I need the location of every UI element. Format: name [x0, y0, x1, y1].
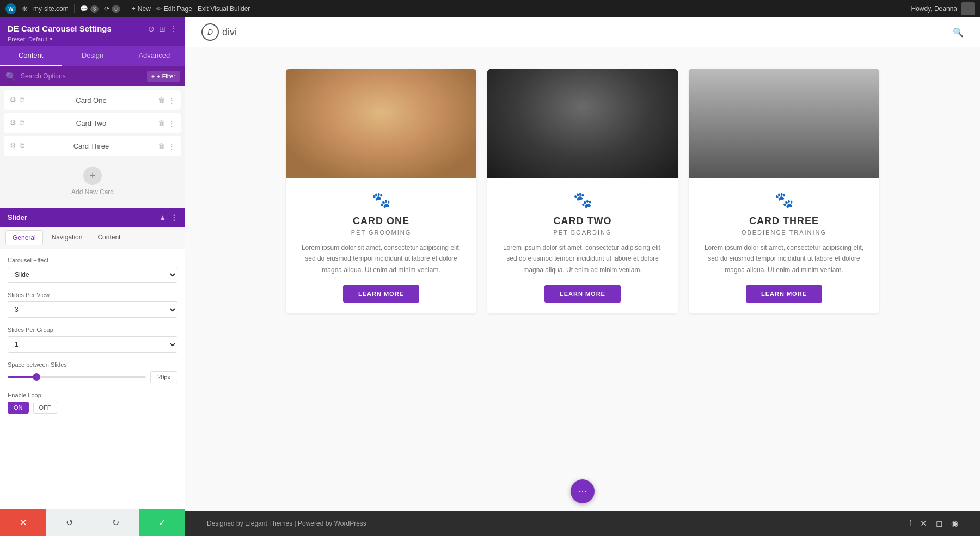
cards-container: 🐾 CARD ONE PET GROOMING Lorem ipsum dolo…	[218, 69, 947, 313]
slider-track[interactable]	[8, 376, 146, 378]
tab-design[interactable]: Design	[62, 46, 123, 66]
redo-button[interactable]: ↻	[93, 509, 139, 536]
card-one-subtitle: PET GROOMING	[351, 229, 412, 236]
copy-icon[interactable]: ⧉	[20, 119, 24, 127]
copy-icon[interactable]: ⧉	[20, 96, 24, 104]
undo-button[interactable]: ↺	[46, 509, 93, 536]
comments-btn[interactable]: 💬 3	[80, 5, 99, 13]
save-button[interactable]: ✓	[139, 509, 185, 536]
wordpress-icon[interactable]: W	[5, 3, 16, 14]
slides-per-view-label: Slides Per View	[8, 292, 177, 298]
carousel-effect-select[interactable]: Slide Fade Cube	[8, 267, 177, 283]
card-three-btn[interactable]: LEARN MORE	[746, 285, 822, 303]
carousel-effect-label: Carousel Effect	[8, 257, 177, 263]
copy-icon[interactable]: ⧉	[20, 141, 24, 150]
panel-header: DE Card Carousel Settings ⊙ ⊞ ⋮ Preset: …	[0, 17, 185, 46]
fab-button[interactable]: ···	[571, 479, 595, 503]
pencil-icon: ✏	[156, 5, 162, 13]
slides-per-group-select-wrap: 1 2 3	[8, 336, 177, 353]
comments-icon: 💬	[80, 5, 88, 13]
more-icon[interactable]: ⋮	[168, 96, 175, 104]
more-options-icon[interactable]: ⋮	[170, 213, 177, 221]
toggle-off-btn[interactable]: OFF	[33, 402, 57, 414]
slides-per-group-select[interactable]: 1 2 3	[8, 336, 177, 353]
settings-icon[interactable]: ⊙	[148, 24, 155, 33]
edit-page-btn[interactable]: ✏ Edit Page	[156, 5, 192, 13]
updates-icon: ⟳	[104, 5, 109, 13]
toggle-row: ON OFF	[8, 402, 177, 414]
more-icon[interactable]: ⋮	[168, 142, 175, 150]
card-item-right-icons: 🗑 ⋮	[158, 119, 175, 127]
card-two-btn[interactable]: LEARN MORE	[544, 285, 621, 303]
card-one-text: Lorem ipsum dolor sit amet, consectetur …	[297, 242, 465, 275]
delete-icon[interactable]: 🗑	[158, 142, 165, 150]
filter-button[interactable]: + + Filter	[147, 71, 180, 82]
main-content: 🐾 CARD ONE PET GROOMING Lorem ipsum dolo…	[185, 47, 980, 511]
card-two-label: Card Two	[29, 119, 154, 127]
gear-icon[interactable]: ⚙	[10, 119, 16, 127]
gear-icon[interactable]: ⚙	[10, 141, 16, 150]
divi-logo-text: divi	[222, 27, 237, 38]
more-icon[interactable]: ⋮	[168, 119, 175, 127]
sub-tab-navigation[interactable]: Navigation	[45, 230, 89, 245]
card-item-left-icons: ⚙ ⧉	[10, 96, 24, 104]
card-one-body: 🐾 CARD ONE PET GROOMING Lorem ipsum dolo…	[286, 178, 476, 313]
rss-icon[interactable]: ◉	[951, 519, 958, 528]
card-three-body: 🐾 CARD THREE OBEDIENCE TRAINING Lorem ip…	[689, 178, 879, 313]
redo-icon: ↻	[112, 517, 119, 528]
twitter-icon[interactable]: ✕	[920, 519, 927, 528]
carousel-wrapper: 🐾 CARD ONE PET GROOMING Lorem ipsum dolo…	[218, 69, 947, 313]
sub-tabs: General Navigation Content	[0, 227, 185, 249]
instagram-icon[interactable]: ◻	[936, 519, 942, 528]
divi-icon[interactable]: ❋	[22, 5, 28, 13]
list-item[interactable]: ⚙ ⧉ Card Three 🗑 ⋮	[4, 136, 181, 156]
card-one: 🐾 CARD ONE PET GROOMING Lorem ipsum dolo…	[286, 69, 476, 313]
plus-icon: +	[132, 5, 136, 13]
delete-icon[interactable]: 🗑	[158, 96, 165, 104]
list-item[interactable]: ⚙ ⧉ Card One 🗑 ⋮	[4, 90, 181, 110]
add-card-button[interactable]: +	[83, 167, 102, 185]
site-footer: Designed by Elegant Themes | Powered by …	[185, 511, 980, 536]
left-panel: DE Card Carousel Settings ⊙ ⊞ ⋮ Preset: …	[0, 17, 185, 536]
updates-btn[interactable]: ⟳ 0	[104, 5, 120, 13]
new-btn[interactable]: + New	[132, 5, 151, 13]
card-item-left-icons: ⚙ ⧉	[10, 119, 24, 127]
sub-tab-content[interactable]: Content	[91, 230, 127, 245]
cancel-icon: ✕	[20, 517, 27, 528]
panel-title-row: DE Card Carousel Settings ⊙ ⊞ ⋮	[8, 24, 177, 33]
carousel-effect-group: Carousel Effect Slide Fade Cube	[8, 257, 177, 283]
card-two-text: Lorem ipsum dolor sit amet, consectetur …	[498, 242, 667, 275]
slides-per-view-select[interactable]: 3 1 2 4	[8, 301, 177, 318]
enable-loop-group: Enable Loop ON OFF	[8, 392, 177, 414]
search-input[interactable]	[21, 72, 143, 80]
search-icon: 🔍	[5, 71, 16, 82]
add-card-label: Add New Card	[71, 188, 114, 196]
site-name[interactable]: my-site.com	[33, 5, 69, 13]
carousel-effect-select-wrap: Slide Fade Cube	[8, 267, 177, 283]
layout-icon[interactable]: ⊞	[159, 24, 166, 33]
tab-content[interactable]: Content	[0, 46, 62, 66]
slider-thumb[interactable]	[33, 373, 40, 381]
space-value-input[interactable]	[150, 371, 177, 383]
exit-vb-btn[interactable]: Exit Visual Builder	[198, 5, 250, 13]
preset-chevron[interactable]: ▾	[50, 35, 53, 42]
site-search-icon[interactable]: 🔍	[953, 27, 964, 38]
card-one-btn[interactable]: LEARN MORE	[343, 285, 419, 303]
toggle-on-btn[interactable]: ON	[8, 402, 29, 414]
facebook-icon[interactable]: f	[909, 519, 911, 528]
card-two-image	[487, 69, 678, 178]
tab-advanced[interactable]: Advanced	[124, 46, 185, 66]
list-item[interactable]: ⚙ ⧉ Card Two 🗑 ⋮	[4, 113, 181, 133]
sub-tab-general[interactable]: General	[5, 230, 43, 245]
cancel-button[interactable]: ✕	[0, 509, 46, 536]
top-bar-left: W ❋ my-site.com 💬 3 ⟳ 0 + New ✏ Edit Pag…	[5, 3, 250, 14]
slides-per-view-select-wrap: 3 1 2 4	[8, 301, 177, 318]
delete-icon[interactable]: 🗑	[158, 119, 165, 127]
card-one-image	[286, 69, 476, 178]
more-icon[interactable]: ⋮	[170, 24, 177, 33]
paw-icon: 🐾	[573, 191, 592, 209]
gear-icon[interactable]: ⚙	[10, 96, 16, 104]
preset-row: Preset: Default ▾	[8, 35, 177, 42]
collapse-icon[interactable]: ▲	[159, 213, 166, 221]
card-three-subtitle: OBEDIENCE TRAINING	[742, 229, 826, 236]
